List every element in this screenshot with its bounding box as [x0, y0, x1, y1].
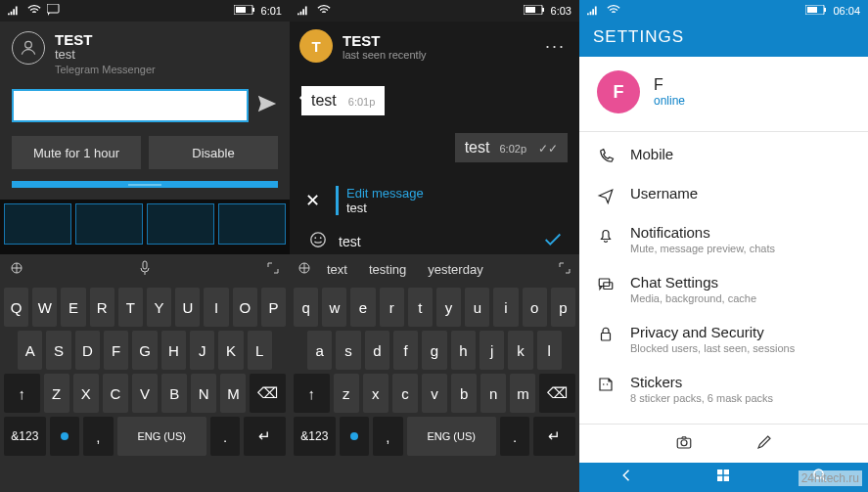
key-h[interactable]: h [451, 331, 476, 370]
settings-row-privacy[interactable]: Privacy and SecurityBlocked users, last … [597, 314, 850, 364]
expand-icon[interactable] [558, 261, 571, 278]
key-v[interactable]: V [132, 374, 158, 413]
key-x[interactable]: x [363, 374, 388, 413]
key-e[interactable]: E [61, 288, 85, 327]
key-shift[interactable]: ↑ [4, 374, 40, 413]
key-backspace[interactable]: ⌫ [250, 374, 286, 413]
key-h[interactable]: H [161, 331, 186, 370]
key-backspace[interactable]: ⌫ [539, 374, 575, 413]
key-enter[interactable]: ↵ [244, 417, 286, 456]
key-period[interactable]: . [210, 417, 240, 456]
disable-button[interactable]: Disable [149, 136, 278, 169]
key-g[interactable]: g [422, 331, 446, 370]
key-l[interactable]: L [248, 331, 272, 370]
settings-row-mobile[interactable]: Mobile [597, 136, 850, 175]
key-y[interactable]: Y [147, 288, 171, 327]
key-emoji[interactable] [50, 417, 79, 456]
key-symbols[interactable]: &123 [294, 417, 336, 456]
key-z[interactable]: Z [44, 374, 69, 413]
key-shift[interactable]: ↑ [294, 374, 330, 413]
key-comma[interactable]: , [83, 417, 113, 456]
key-o[interactable]: o [523, 288, 547, 327]
mute-button[interactable]: Mute for 1 hour [12, 136, 141, 169]
key-a[interactable]: A [18, 331, 42, 370]
edit-icon[interactable] [755, 433, 773, 455]
key-u[interactable]: u [465, 288, 489, 327]
key-s[interactable]: s [336, 331, 360, 370]
key-s[interactable]: S [46, 331, 70, 370]
key-enter[interactable]: ↵ [533, 417, 575, 456]
compose-input[interactable]: test [339, 234, 530, 249]
key-c[interactable]: C [103, 374, 128, 413]
settings-row-notifications[interactable]: NotificationsMute, message preview, chat… [597, 214, 850, 264]
key-c[interactable]: c [392, 374, 418, 413]
key-b[interactable]: B [161, 374, 187, 413]
quick-reply-input[interactable] [12, 89, 249, 122]
key-r[interactable]: R [90, 288, 114, 327]
send-icon[interactable] [256, 93, 278, 118]
edit-cancel-icon[interactable]: ✕ [301, 190, 324, 211]
chat-header[interactable]: T TEST last seen recently ··· [290, 22, 579, 70]
key-q[interactable]: q [294, 288, 318, 327]
cursor-icon[interactable] [10, 261, 23, 278]
key-n[interactable]: n [480, 374, 506, 413]
key-x[interactable]: X [73, 374, 99, 413]
key-t[interactable]: T [118, 288, 143, 327]
key-symbols[interactable]: &123 [4, 417, 46, 456]
key-o[interactable]: O [233, 288, 257, 327]
key-w[interactable]: w [322, 288, 346, 327]
key-f[interactable]: f [393, 331, 418, 370]
suggestion[interactable]: text [327, 262, 347, 277]
cursor-icon[interactable] [297, 261, 311, 278]
notification-handle[interactable] [12, 181, 278, 188]
key-space[interactable]: ENG (US) [117, 417, 206, 456]
more-icon[interactable]: ··· [541, 32, 570, 61]
key-j[interactable]: j [480, 331, 504, 370]
camera-icon[interactable] [675, 433, 693, 455]
key-b[interactable]: b [451, 374, 477, 413]
key-p[interactable]: p [551, 288, 575, 327]
key-space[interactable]: ENG (US) [407, 417, 496, 456]
back-icon[interactable] [618, 467, 636, 488]
key-t[interactable]: t [408, 288, 433, 327]
key-i[interactable]: I [204, 288, 228, 327]
settings-row-stickers[interactable]: Stickers8 sticker packs, 6 mask packs [597, 364, 850, 414]
key-period[interactable]: . [500, 417, 529, 456]
key-m[interactable]: M [220, 374, 246, 413]
suggestion[interactable]: yesterday [428, 262, 482, 277]
key-g[interactable]: G [132, 331, 157, 370]
key-w[interactable]: W [32, 288, 57, 327]
key-j[interactable]: J [190, 331, 214, 370]
key-n[interactable]: N [191, 374, 216, 413]
expand-icon[interactable] [266, 261, 280, 278]
key-p[interactable]: P [261, 288, 286, 327]
settings-row-chat-settings[interactable]: Chat SettingsMedia, background, cache [597, 264, 850, 314]
profile-section[interactable]: F F online [579, 57, 868, 131]
key-comma[interactable]: , [373, 417, 402, 456]
key-a[interactable]: a [307, 331, 332, 370]
start-icon[interactable] [714, 467, 732, 488]
message-incoming[interactable]: test 6:01p [301, 86, 385, 115]
key-emoji[interactable] [340, 417, 369, 456]
key-q[interactable]: Q [4, 288, 28, 327]
key-f[interactable]: F [104, 331, 128, 370]
key-u[interactable]: U [175, 288, 200, 327]
emoji-icon[interactable] [309, 231, 327, 252]
key-d[interactable]: d [365, 331, 389, 370]
suggestion[interactable]: testing [369, 262, 406, 277]
key-e[interactable]: e [350, 288, 375, 327]
key-k[interactable]: k [508, 331, 532, 370]
key-m[interactable]: m [510, 374, 535, 413]
key-v[interactable]: v [422, 374, 447, 413]
mic-icon[interactable] [138, 260, 152, 279]
settings-row-username[interactable]: Username [597, 175, 850, 214]
key-k[interactable]: K [218, 331, 243, 370]
message-outgoing[interactable]: test 6:02p ✓✓ [455, 133, 568, 162]
key-d[interactable]: D [75, 331, 100, 370]
key-r[interactable]: r [380, 288, 404, 327]
key-y[interactable]: y [436, 288, 461, 327]
key-i[interactable]: i [493, 288, 518, 327]
key-z[interactable]: z [334, 374, 359, 413]
confirm-icon[interactable] [542, 229, 564, 254]
key-l[interactable]: l [537, 331, 562, 370]
